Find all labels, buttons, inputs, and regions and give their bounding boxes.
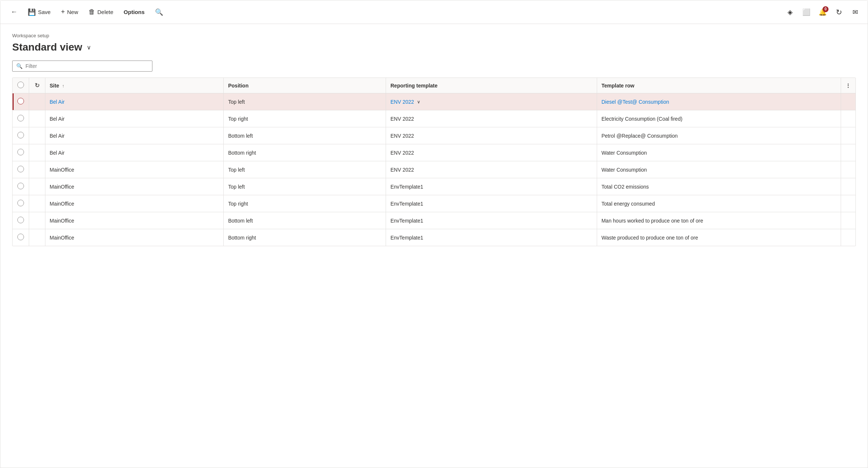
- dropdown-chevron-icon[interactable]: ∨: [417, 99, 420, 104]
- delete-icon: 🗑: [89, 8, 95, 16]
- th-site-label: Site: [50, 83, 59, 89]
- row-radio[interactable]: [17, 132, 24, 138]
- row-site[interactable]: Bel Air: [45, 93, 224, 110]
- row-position: Top left: [224, 161, 386, 178]
- th-position-label: Position: [228, 83, 248, 89]
- reporting-template-link[interactable]: ENV 2022: [390, 99, 414, 105]
- bell-button[interactable]: 🔔 0: [816, 6, 829, 19]
- row-template-row: Waste produced to produce one ton of ore: [597, 229, 841, 246]
- office-button[interactable]: ⬜: [800, 6, 813, 19]
- template-row-link[interactable]: Diesel @Test@ Consumption: [602, 99, 669, 105]
- save-button[interactable]: 💾 Save: [23, 6, 55, 18]
- envelope-icon: ✉: [852, 8, 858, 16]
- row-template-row[interactable]: Diesel @Test@ Consumption: [597, 93, 841, 110]
- table-row: MainOfficeTop leftENV 2022Water Consumpt…: [13, 161, 855, 178]
- row-checkbox-cell: [13, 161, 29, 178]
- row-refresh-cell: [29, 178, 45, 195]
- row-position: Top left: [224, 93, 386, 110]
- filter-input[interactable]: [25, 63, 148, 69]
- eraser-icon: ◈: [788, 8, 793, 16]
- row-refresh-cell: [29, 93, 45, 110]
- notification-badge: 0: [823, 6, 829, 12]
- row-reporting-template[interactable]: ENV 2022∨: [386, 93, 597, 110]
- th-reporting-template[interactable]: Reporting template: [386, 78, 597, 93]
- chevron-down-icon: ∨: [87, 44, 91, 51]
- main-content: Workspace setup Standard view ∨ 🔍: [0, 24, 868, 468]
- row-template-row: Total energy consumed: [597, 195, 841, 212]
- row-checkbox-cell: [13, 212, 29, 229]
- row-checkbox-cell: [13, 178, 29, 195]
- row-site: MainOffice: [45, 212, 224, 229]
- row-template-row: Water Consumption: [597, 161, 841, 178]
- th-reporting-label: Reporting template: [390, 83, 438, 89]
- row-checkbox-cell: [13, 110, 29, 127]
- row-reporting-template: ENV 2022: [386, 127, 597, 144]
- options-button[interactable]: Options: [119, 7, 149, 17]
- row-radio[interactable]: [17, 166, 24, 172]
- filter-search-icon: 🔍: [16, 63, 23, 69]
- row-radio[interactable]: [17, 115, 24, 121]
- new-button[interactable]: + New: [56, 6, 83, 18]
- row-site: Bel Air: [45, 144, 224, 161]
- toolbar-right: ◈ ⬜ 🔔 0 ↻ ✉: [783, 6, 862, 19]
- row-position: Bottom left: [224, 127, 386, 144]
- row-radio[interactable]: [17, 217, 24, 223]
- row-checkbox-cell: [13, 229, 29, 246]
- row-more-cell: [841, 178, 855, 195]
- table-row: Bel AirTop leftENV 2022∨Diesel @Test@ Co…: [13, 93, 855, 110]
- row-radio[interactable]: [17, 234, 24, 240]
- toolbar: ← 💾 Save + New 🗑 Delete Options 🔍 ◈ ⬜: [0, 0, 868, 24]
- row-refresh-cell: [29, 110, 45, 127]
- row-radio[interactable]: [17, 183, 24, 189]
- data-grid: ↻ Site ↑ Position Reporting template: [12, 78, 856, 246]
- row-template-row: Petrol @Replace@ Consumption: [597, 127, 841, 144]
- table-row: MainOfficeBottom leftEnvTemplate1Man hou…: [13, 212, 855, 229]
- row-position: Bottom right: [224, 144, 386, 161]
- row-more-cell: [841, 212, 855, 229]
- row-site: Bel Air: [45, 127, 224, 144]
- th-template-row[interactable]: Template row: [597, 78, 841, 93]
- row-reporting-template: EnvTemplate1: [386, 178, 597, 195]
- row-reporting-template: EnvTemplate1: [386, 195, 597, 212]
- row-checkbox-cell: [13, 144, 29, 161]
- table-row: MainOfficeTop rightEnvTemplate1Total ene…: [13, 195, 855, 212]
- row-radio[interactable]: [17, 200, 24, 206]
- row-position: Bottom left: [224, 212, 386, 229]
- th-site[interactable]: Site ↑: [45, 78, 224, 93]
- envelope-button[interactable]: ✉: [848, 6, 862, 19]
- header-refresh-icon[interactable]: ↻: [35, 82, 39, 89]
- th-more[interactable]: ⋮: [841, 78, 855, 93]
- eraser-button[interactable]: ◈: [783, 6, 797, 19]
- row-more-cell: [841, 93, 855, 110]
- back-button[interactable]: ←: [6, 6, 22, 18]
- refresh-icon: ↻: [836, 8, 842, 17]
- table-row: MainOfficeTop leftEnvTemplate1Total CO2 …: [13, 178, 855, 195]
- row-reporting-template: ENV 2022: [386, 144, 597, 161]
- row-refresh-cell: [29, 212, 45, 229]
- site-link[interactable]: Bel Air: [50, 99, 65, 105]
- row-radio[interactable]: [17, 149, 24, 155]
- row-template-row: Man hours worked to produce one ton of o…: [597, 212, 841, 229]
- th-position[interactable]: Position: [224, 78, 386, 93]
- new-icon: +: [61, 8, 65, 16]
- row-more-cell: [841, 110, 855, 127]
- header-radio[interactable]: [17, 82, 24, 88]
- table-row: Bel AirBottom leftENV 2022Petrol @Replac…: [13, 127, 855, 144]
- row-template-row: Water Consumption: [597, 144, 841, 161]
- view-dropdown-button[interactable]: ∨: [85, 43, 93, 52]
- row-reporting-template: ENV 2022: [386, 161, 597, 178]
- delete-button[interactable]: 🗑 Delete: [84, 6, 118, 18]
- row-reporting-template: EnvTemplate1: [386, 212, 597, 229]
- refresh-button[interactable]: ↻: [832, 6, 845, 19]
- row-site: MainOffice: [45, 229, 224, 246]
- row-more-cell: [841, 195, 855, 212]
- row-more-cell: [841, 161, 855, 178]
- row-radio[interactable]: [17, 98, 24, 104]
- th-checkbox: [13, 78, 29, 93]
- row-position: Bottom right: [224, 229, 386, 246]
- th-template-row-label: Template row: [602, 83, 634, 89]
- row-template-row: Total CO2 emissions: [597, 178, 841, 195]
- back-icon: ←: [11, 8, 17, 16]
- more-icon: ⋮: [845, 83, 851, 89]
- search-toolbar-button[interactable]: 🔍: [151, 6, 168, 18]
